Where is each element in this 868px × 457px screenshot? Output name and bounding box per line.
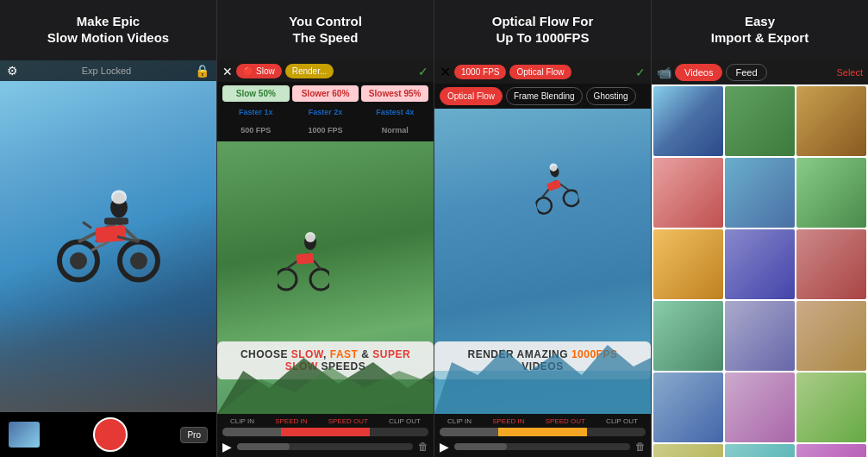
svg-rect-21	[297, 253, 315, 265]
screen1-phone-ui: ⚙ Exp Locked 🔒	[0, 60, 216, 457]
tl-dark-3	[587, 428, 646, 436]
scrub-fill	[237, 443, 290, 450]
photo-thumb-3[interactable]	[796, 86, 866, 156]
speed-slower60[interactable]: Slower 60%	[292, 85, 359, 102]
check-icon[interactable]: ✓	[418, 65, 428, 78]
photo-thumb-9[interactable]	[796, 229, 866, 299]
fps-pill[interactable]: 1000 FPS	[454, 65, 506, 79]
screen4-title: Easy Import & Export	[652, 0, 868, 60]
svg-rect-30	[546, 179, 561, 191]
clip-labels-3: CLIP IN SPEED IN SPEED OUT CLIP OUT	[440, 417, 646, 425]
svg-point-1	[70, 253, 87, 270]
trash-button[interactable]: 🗑	[418, 441, 428, 453]
exp-locked-label: Exp Locked	[82, 66, 131, 76]
lock-icon: 🔒	[195, 64, 209, 78]
screen3-timeline: CLIP IN SPEED IN SPEED OUT CLIP OUT ▶ 🗑	[434, 414, 651, 457]
timeline-bar-3[interactable]	[440, 428, 646, 436]
photo-thumb-11[interactable]	[725, 301, 795, 371]
speed-fps500[interactable]: 500 FPS	[222, 122, 290, 138]
speed-fastest4x[interactable]: Fastest 4x	[361, 104, 428, 120]
speed-slowest95[interactable]: Slowest 95%	[361, 85, 428, 102]
screen-1: Make Epic Slow Motion Videos ⚙ Exp Locke…	[0, 0, 217, 457]
photo-thumb-2[interactable]	[725, 86, 795, 156]
photo-thumb-7[interactable]	[653, 229, 723, 299]
feed-tab[interactable]: Feed	[726, 64, 766, 81]
speed-in-3: SPEED IN	[492, 417, 524, 425]
speed-faster2x[interactable]: Faster 2x	[292, 104, 359, 120]
speed-slow50[interactable]: Slow 50%	[222, 85, 290, 102]
scrub-bar-3[interactable]	[454, 443, 630, 450]
check-icon-3[interactable]: ✓	[635, 66, 646, 79]
screen3-title: Optical Flow For Up To 1000FPS	[434, 0, 651, 60]
svg-point-18	[310, 269, 329, 290]
screen3-video-area: RENDER AMAZING 1000FPS VIDEOS	[434, 109, 651, 414]
play-row-3: ▶ 🗑	[440, 440, 646, 454]
photo-thumb-16[interactable]	[653, 444, 723, 457]
photo-thumb-17[interactable]	[725, 444, 795, 457]
ghosting-tab[interactable]: Ghosting	[586, 87, 636, 105]
timeline-bar[interactable]	[222, 428, 428, 436]
pro-badge[interactable]: Pro	[180, 427, 208, 443]
scene-rider	[278, 223, 329, 296]
photo-thumb-12[interactable]	[796, 301, 866, 371]
screen1-video-bg	[0, 60, 216, 412]
clip-labels: CLIP IN SPEED IN SPEED OUT CLIP OUT	[222, 417, 428, 425]
screen2-title: You Control The Speed	[217, 0, 434, 60]
screen1-bottom-controls: Pro	[0, 412, 216, 457]
play-button-3[interactable]: ▶	[440, 440, 449, 454]
photo-grid	[652, 85, 868, 457]
screen2-timeline: CLIP IN SPEED IN SPEED OUT CLIP OUT ▶ 🗑	[217, 414, 434, 457]
screen2-phone-ui: ✕ 🔴 Slow Render... ✓ Slow 50% Slower 60%…	[217, 60, 434, 457]
slow-mode-pill[interactable]: 🔴 Slow	[236, 64, 282, 78]
close-button-3[interactable]: ✕	[440, 64, 451, 80]
screen1-top-bar: ⚙ Exp Locked 🔒	[0, 60, 216, 81]
screen4-phone-ui: 📹 Videos Feed Select	[652, 60, 868, 457]
speed-faster1x[interactable]: Faster 1x	[222, 104, 290, 120]
screen1-title-text: Make Epic Slow Motion Videos	[47, 14, 169, 47]
camera-icon: 📹	[657, 66, 671, 79]
optical-flow-tab[interactable]: Optical Flow	[440, 87, 503, 105]
screen2-title-text: You Control The Speed	[289, 14, 362, 47]
photo-thumb-15[interactable]	[796, 372, 866, 442]
clip-in-label: CLIP IN	[230, 417, 254, 425]
videos-tab[interactable]: Videos	[675, 64, 722, 81]
photo-thumb-5[interactable]	[725, 158, 795, 228]
speed-out-3: SPEED OUT	[546, 417, 585, 425]
svg-point-23	[305, 232, 315, 242]
photo-thumb-4[interactable]	[653, 158, 723, 228]
frame-blending-tab[interactable]: Frame Blending	[506, 87, 583, 105]
clip-out-3: CLIP OUT	[606, 417, 638, 425]
scrub-bar[interactable]	[237, 443, 413, 450]
photo-thumb-10[interactable]	[653, 301, 723, 371]
optical-pill[interactable]: Optical Flow	[509, 65, 571, 79]
svg-rect-7	[95, 225, 126, 243]
photo-thumb-6[interactable]	[796, 158, 866, 228]
screenshots-row: Make Epic Slow Motion Videos ⚙ Exp Locke…	[0, 0, 868, 457]
photo-thumb-13[interactable]	[653, 372, 723, 442]
speed-normal[interactable]: Normal	[361, 122, 428, 138]
render-pill[interactable]: Render...	[285, 64, 334, 78]
speed-fps1000[interactable]: 1000 FPS	[292, 122, 359, 138]
trash-button-3[interactable]: 🗑	[635, 441, 646, 453]
settings-icon[interactable]: ⚙	[7, 64, 18, 78]
photo-thumb-14[interactable]	[725, 372, 795, 442]
record-button[interactable]	[93, 417, 128, 452]
motorcycle-image	[57, 175, 160, 287]
screen1-title: Make Epic Slow Motion Videos	[0, 0, 216, 60]
screen3-phone-ui: ✕ 1000 FPS Optical Flow ✓ Optical Flow F…	[434, 60, 651, 457]
thumbnail-preview[interactable]	[9, 422, 40, 448]
svg-rect-8	[104, 218, 128, 225]
fps-label: 1000 FPS	[461, 67, 499, 77]
close-button[interactable]: ✕	[222, 65, 233, 78]
method-tabs: Optical Flow Frame Blending Ghosting	[434, 84, 651, 109]
photo-thumb-18[interactable]	[796, 444, 866, 457]
photo-thumb-8[interactable]	[725, 229, 795, 299]
play-button[interactable]: ▶	[222, 440, 232, 454]
photo-thumb-1[interactable]	[653, 86, 723, 156]
render-label: Render...	[292, 66, 328, 76]
speed-out-label: SPEED OUT	[328, 417, 368, 425]
clip-out-label: CLIP OUT	[389, 417, 421, 425]
select-button[interactable]: Select	[836, 67, 863, 78]
tl-gray-1	[222, 428, 281, 436]
screen4-title-text: Easy Import & Export	[711, 14, 809, 47]
